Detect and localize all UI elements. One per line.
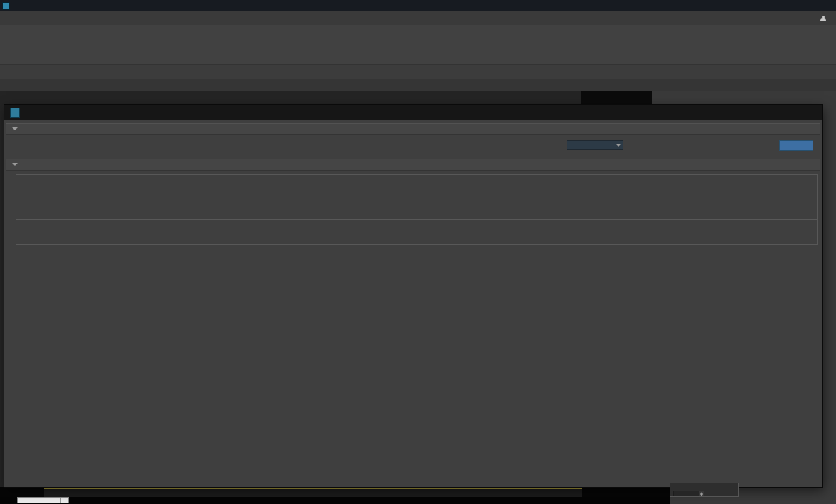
gtools-light-lister-dialog	[4, 105, 822, 487]
statusbar	[0, 497, 670, 504]
ribbon-tab-bar	[0, 65, 836, 79]
corona-lights-group	[16, 174, 818, 219]
gizmo-settings-box	[670, 483, 739, 497]
window-titlebar	[0, 0, 836, 11]
app-icon	[2, 2, 10, 10]
rollout-arrow-icon	[12, 163, 18, 168]
lights-rollout-header[interactable]	[6, 159, 820, 171]
gizmo-value-spinner[interactable]	[673, 491, 704, 496]
rollout-arrow-icon	[12, 127, 18, 133]
active-viewport-border	[44, 488, 582, 489]
ribbon-panel-row	[0, 79, 836, 91]
dialog-icon	[10, 108, 20, 118]
sign-in-button[interactable]	[820, 16, 836, 22]
selection-set-dropdown[interactable]	[567, 140, 623, 150]
sun-light-row	[16, 230, 817, 239]
user-icon	[820, 16, 826, 22]
viewport-divider	[581, 91, 652, 105]
viewport-divider-bottom	[582, 487, 670, 497]
menubar	[0, 11, 836, 26]
viewport-label-bar[interactable]	[0, 91, 581, 105]
dialog-titlebar[interactable]	[4, 105, 822, 120]
chevron-down-icon	[616, 144, 621, 149]
sun-sky-lights-group	[16, 219, 818, 245]
maxscript-mini-listener[interactable]	[17, 497, 69, 503]
extras-toolbar	[0, 45, 836, 65]
refresh-button[interactable]	[779, 140, 813, 151]
configuration-rollout-header[interactable]	[6, 123, 820, 135]
main-toolbar	[0, 25, 836, 45]
